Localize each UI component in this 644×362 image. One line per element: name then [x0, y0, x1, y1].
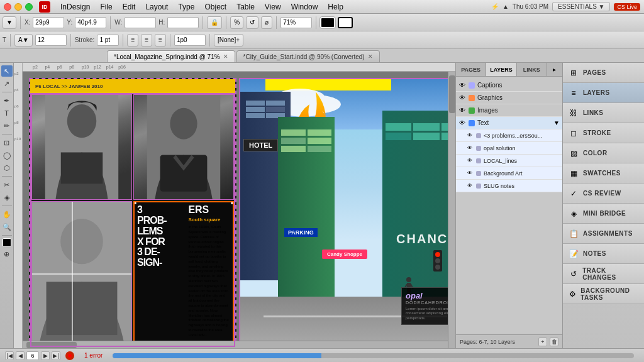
y-position[interactable] [75, 17, 106, 28]
tool-select[interactable]: ↖ [1, 65, 13, 77]
sidebar-item-cs-review[interactable]: ✓ CS REVIEW [563, 184, 644, 204]
tool-fill[interactable] [3, 238, 11, 247]
layer-graphics[interactable]: 👁 Graphics [456, 92, 562, 104]
align-left[interactable]: ≡ [127, 34, 138, 47]
record-btn[interactable] [65, 351, 74, 360]
left-page[interactable]: P6 LOCAL >> JAN/FEB 2010 [29, 78, 236, 348]
essentials-button[interactable]: ESSENTIALS ▼ [552, 2, 610, 11]
layer-captions[interactable]: 👁 Captions [456, 79, 562, 92]
prev-page-btn[interactable]: ◀ [16, 351, 25, 360]
layer-images[interactable]: 👁 Images [456, 104, 562, 117]
tool-gradient[interactable]: ◈ [1, 192, 13, 203]
sidebar-item-color[interactable]: ▨ COLOR [563, 143, 644, 163]
tool-hand[interactable]: ✋ [1, 209, 13, 220]
panel-menu-btn[interactable]: ▸ [547, 63, 562, 76]
menu-view[interactable]: View [260, 1, 286, 13]
tool-pencil[interactable]: ✏ [1, 120, 13, 131]
layer-slug[interactable]: 👁 SLUG notes [456, 180, 562, 192]
right-page[interactable]: HOTEL [239, 78, 455, 348]
fill-btn[interactable] [320, 17, 335, 28]
sidebar-item-background-tasks[interactable]: ⚙ BACKGROUND TASKS [563, 284, 644, 304]
menu-table[interactable]: Table [231, 1, 260, 13]
w-size[interactable] [125, 17, 156, 28]
close-button[interactable] [4, 3, 11, 11]
eye-images[interactable]: 👁 [458, 107, 466, 114]
handle-tl[interactable] [133, 201, 136, 204]
tool-polygon-frame[interactable]: ⬡ [1, 162, 13, 173]
eye-problems[interactable]: 👁 [466, 132, 474, 140]
scale-btn[interactable]: % [230, 16, 243, 29]
menu-type[interactable]: Type [173, 1, 199, 13]
layer-opal[interactable]: 👁 opal solution [456, 142, 562, 155]
align-right[interactable]: ≡ [155, 34, 166, 47]
layer-problems[interactable]: 👁 <3 problems...ersSou... [456, 129, 562, 142]
sidebar-item-swatches[interactable]: ▦ SWATCHES [563, 163, 644, 184]
menu-file[interactable]: File [95, 1, 117, 13]
x-position[interactable] [33, 17, 64, 28]
maximize-button[interactable] [25, 3, 33, 11]
menu-object[interactable]: Object [199, 1, 231, 13]
scroll-thumb-v[interactable] [449, 75, 455, 113]
eye-bg-art[interactable]: 👁 [466, 170, 474, 177]
handle-tr[interactable] [231, 201, 234, 204]
sidebar-item-assignments[interactable]: 📋 ASSIGNMENTS [563, 224, 644, 244]
font-size[interactable] [35, 35, 67, 46]
new-layer-btn[interactable]: + [538, 337, 547, 346]
tool-direct-select[interactable]: ↗ [1, 78, 13, 89]
photo-woman[interactable] [31, 94, 132, 200]
sidebar-item-notes[interactable]: 📝 NOTES [563, 244, 644, 264]
zoom-input[interactable] [280, 17, 312, 28]
tab-links[interactable]: LINKS [517, 63, 547, 76]
expand-arrow[interactable]: ▼ [553, 119, 560, 126]
menu-layout[interactable]: Layout [140, 1, 173, 13]
scroll-thumb-h[interactable] [26, 342, 77, 348]
align-center[interactable]: ≡ [141, 34, 152, 47]
scrollbar-vertical[interactable] [448, 63, 455, 348]
tool-zoom[interactable]: 🔍 [1, 221, 13, 233]
eye-slug[interactable]: 👁 [466, 182, 474, 190]
sidebar-item-track-changes[interactable]: ↺ TRACK CHANGES [563, 264, 644, 284]
scrollbar-horizontal[interactable] [14, 341, 448, 348]
type-style-btn[interactable]: A▼ [14, 34, 33, 47]
tab-local-magazine[interactable]: *Local_Magazine_Spring.indd @ 71% ✕ [107, 50, 235, 62]
sidebar-item-stroke[interactable]: ◻ STROKE [563, 123, 644, 143]
eye-text[interactable]: 👁 [458, 119, 466, 127]
menu-window[interactable]: Window [286, 1, 323, 13]
sidebar-item-pages[interactable]: ⊞ PAGES [563, 63, 644, 83]
delete-layer-btn[interactable]: 🗑 [550, 337, 558, 346]
text-cell[interactable]: 3PROB-LEMSX FOR3 DE-SIGN- ERS South squa… [133, 201, 234, 346]
menu-indesign[interactable]: InDesign [55, 1, 95, 13]
rotate-btn[interactable]: ↺ [246, 16, 258, 29]
constrain-btn[interactable]: 🔒 [207, 16, 222, 29]
none-preset[interactable]: [None]+ [214, 34, 243, 47]
eye-graphics[interactable]: 👁 [458, 94, 466, 102]
stroke-color-btn[interactable] [338, 17, 353, 28]
h-size[interactable] [167, 17, 199, 28]
tool-pen[interactable]: ✒ [1, 95, 13, 106]
first-page-btn[interactable]: |◀ [5, 351, 14, 360]
sidebar-item-mini-bridge[interactable]: ◈ MINI BRIDGE [563, 204, 644, 224]
tool-scissors[interactable]: ✂ [1, 179, 13, 190]
tab-close-2[interactable]: ✕ [368, 53, 373, 60]
tool-type[interactable]: T [1, 107, 13, 119]
tab-close-1[interactable]: ✕ [223, 53, 228, 60]
stroke-weight[interactable] [97, 35, 119, 46]
canvas-area[interactable]: p2 p4 p6 p8 p10 p12 p14 p16 p2 p4 p6 p8 … [14, 63, 455, 348]
shear-btn[interactable]: ⌀ [261, 16, 272, 29]
menu-help[interactable]: Help [323, 1, 348, 13]
tool-rect-frame[interactable]: ⊡ [1, 137, 13, 148]
photo-bald[interactable] [31, 201, 132, 346]
eye-opal[interactable]: 👁 [466, 145, 474, 152]
tab-pages[interactable]: PAGES [456, 63, 486, 76]
sidebar-item-layers[interactable]: ≡ LAYERS [563, 83, 644, 103]
next-page-btn[interactable]: ▶ [41, 351, 50, 360]
tool-ellipse-frame[interactable]: ◯ [1, 150, 13, 161]
last-page-btn[interactable]: ▶| [52, 351, 60, 360]
layer-bg-art[interactable]: 👁 Background Art [456, 167, 562, 180]
menu-edit[interactable]: Edit [118, 1, 141, 13]
page-number-input[interactable] [26, 351, 39, 360]
view-modes[interactable]: ⊕ [1, 248, 13, 260]
transform-input[interactable] [174, 35, 206, 46]
eye-captions[interactable]: 👁 [458, 82, 466, 89]
layer-text[interactable]: 👁 Text ▼ [456, 117, 562, 129]
